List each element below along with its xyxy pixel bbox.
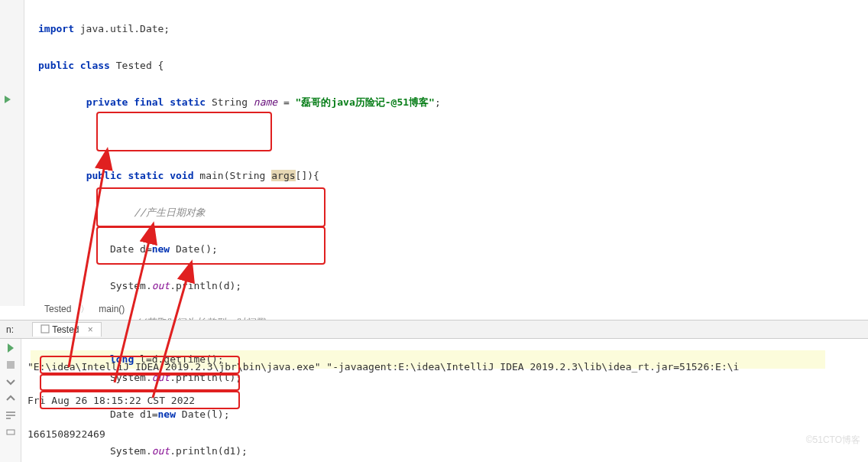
chevron-right-icon: 〉 <box>80 304 89 314</box>
svg-rect-1 <box>7 361 15 369</box>
run-header: n: Tested × <box>0 320 868 339</box>
console-output[interactable]: "E:\idea\IntelliJ IDEA 2019.2.3\jbr\bin\… <box>21 339 868 462</box>
fold-gutter <box>24 0 38 306</box>
breadcrumb[interactable]: Tested〉main() <box>38 302 131 316</box>
run-tab[interactable]: Tested × <box>32 322 102 337</box>
stop-icon[interactable] <box>5 359 17 371</box>
run-panel: n: Tested × "E:\idea\IntelliJ IDEA 2019.… <box>0 320 868 462</box>
console-cmd: "E:\idea\IntelliJ IDEA 2019.2.3\jbr\bin\… <box>28 359 862 376</box>
console-line: Fri Aug 26 18:15:22 CST 2022 <box>28 392 862 409</box>
breadcrumb-class[interactable]: Tested <box>38 302 77 316</box>
svg-rect-2 <box>7 430 15 434</box>
console-line: 1661508922469 <box>28 426 862 443</box>
up-icon[interactable] <box>5 392 17 405</box>
console-icon <box>40 324 50 333</box>
watermark: ©51CTO博客 <box>806 434 860 447</box>
svg-rect-0 <box>41 325 49 333</box>
keyword-import: import <box>38 23 74 34</box>
rerun-icon[interactable] <box>5 342 17 354</box>
breadcrumb-method[interactable]: main() <box>92 302 131 316</box>
print-icon[interactable] <box>5 426 17 438</box>
code-editor[interactable]: import java.util.Date; public class Test… <box>0 0 868 306</box>
wrap-icon[interactable] <box>5 409 17 421</box>
line-gutter <box>0 0 24 306</box>
close-icon[interactable]: × <box>88 324 93 335</box>
run-gutter-icon[interactable] <box>3 95 12 104</box>
run-label: n: <box>6 324 14 335</box>
down-icon[interactable] <box>5 376 17 388</box>
run-toolbar <box>0 339 21 462</box>
